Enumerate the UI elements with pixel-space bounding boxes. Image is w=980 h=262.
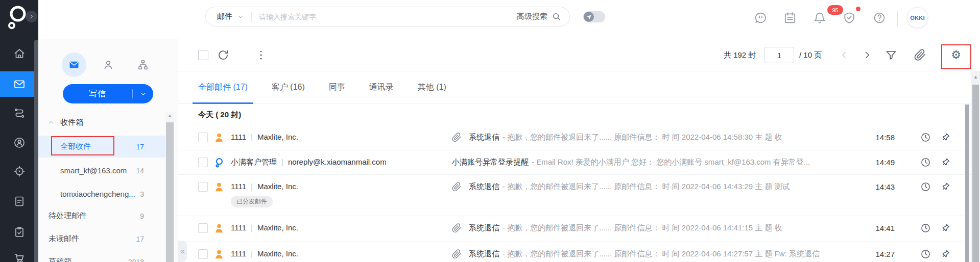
document-icon[interactable] [13, 195, 26, 207]
toggle-knob [584, 12, 594, 22]
pin-icon[interactable] [940, 181, 951, 192]
subject-preview: - 抱歉，您的邮件被退回来了...... 原邮件信息： 时 间 2022-04-… [503, 249, 820, 259]
xiaoman-logo-icon [4, 3, 28, 29]
search-icon[interactable] [552, 12, 561, 21]
pin-icon[interactable] [940, 132, 951, 143]
home-icon[interactable] [13, 47, 26, 60]
app-window: 邮件 高级搜索 95 OKKI 写信 收件箱 [0, 0, 980, 262]
email-row[interactable]: 1111|Maxlite, Inc. 系统退信 - 抱歉，您的邮件被退回来了..… [178, 216, 972, 242]
compose-button[interactable]: 写信 [63, 84, 153, 103]
sender-name: 1111 [231, 223, 246, 232]
sender-address: Maxlite, Inc. [257, 133, 298, 141]
divider [251, 12, 252, 22]
xiaoman-avatar-icon [213, 157, 225, 168]
sender-divider: | [251, 133, 253, 141]
bell-icon[interactable] [813, 11, 826, 24]
help-icon[interactable] [873, 11, 886, 24]
contacts-tab-icon[interactable] [96, 53, 121, 77]
workflow-icon[interactable] [13, 106, 26, 118]
email-row[interactable]: 1111|Maxlite, Inc. 系统退信 - 抱歉，您的邮件被退回来了..… [178, 242, 972, 262]
page-scrollbar-thumb[interactable] [972, 85, 979, 262]
chevron-down-icon[interactable] [237, 13, 244, 20]
sender-divider: | [281, 158, 283, 166]
email-list: 1111|Maxlite, Inc. 系统退信 - 抱歉，您的邮件被退回来了..… [178, 39, 980, 262]
folder-count: 9 [140, 212, 144, 220]
quick-toggle[interactable] [583, 11, 605, 22]
mail-icon[interactable] [13, 78, 26, 90]
folder-count: 17 [136, 235, 144, 243]
org-tab-icon[interactable] [131, 53, 155, 77]
sender-address: noreply@k.xiaomanmail.com [288, 158, 387, 166]
pin-icon[interactable] [940, 157, 951, 168]
sidebar-folder-item[interactable]: 未读邮件 17 [38, 228, 165, 250]
rail-scrollbar-thumb[interactable] [34, 40, 38, 262]
chat-icon[interactable] [754, 11, 768, 24]
page-scrollbar[interactable]: ▲ [971, 71, 980, 262]
received-time: 14:43 [864, 182, 895, 191]
email-row[interactable]: 1111|Maxlite, Inc. 系统退信 - 抱歉，您的邮件被退回来了..… [178, 125, 972, 150]
row-checkbox[interactable] [198, 182, 208, 192]
caret-up-icon [47, 119, 55, 126]
attachment-icon [452, 249, 462, 259]
inbox-header-label: 收件箱 [60, 118, 83, 127]
tasks-icon[interactable] [13, 226, 26, 238]
shield-icon[interactable] [843, 11, 856, 24]
sidebar-collapse-button[interactable] [178, 241, 187, 262]
snooze-clock-icon[interactable] [920, 157, 931, 168]
received-time: 14:27 [864, 250, 895, 258]
sender-name: 1111 [231, 249, 246, 258]
row-checkbox[interactable] [198, 158, 208, 167]
sidebar-folder-item[interactable]: 草稿箱 2018 [38, 251, 165, 262]
subject-cell: 系统退信 - 抱歉，您的邮件被退回来了...... 原邮件信息： 时 间 202… [452, 249, 870, 259]
scroll-up-arrow[interactable]: ▲ [165, 113, 174, 118]
mail-tab-icon[interactable] [62, 53, 86, 77]
sidebar-scrollbar[interactable]: ▲ [165, 112, 174, 262]
subject-title: 系统退信 [469, 223, 499, 233]
okki-brand-button[interactable]: OKKI [907, 7, 928, 28]
sender-cell: 小满客户管理|noreply@k.xiaomanmail.com [231, 158, 387, 167]
sidebar-folder-item[interactable]: smart_kf@163.com 14 [38, 160, 165, 181]
sender-divider: | [251, 182, 253, 191]
pin-icon[interactable] [940, 249, 951, 259]
row-checkbox[interactable] [198, 223, 208, 233]
subject-preview: - Email Rox! 亲爱的小满用户 您好： 您的小满账号 smart_kf… [532, 158, 810, 167]
subject-cell: 小满账号异常登录提醒 - Email Rox! 亲爱的小满用户 您好： 您的小满… [452, 158, 870, 167]
subject-title: 系统退信 [469, 249, 499, 259]
search-scope-select[interactable]: 邮件 [217, 12, 232, 21]
sidebar-folder-item[interactable]: tomxiaochengcheng... 3 [38, 183, 165, 205]
target-icon[interactable] [13, 165, 26, 177]
advanced-search-button[interactable]: 高级搜索 [517, 12, 547, 21]
email-row[interactable]: 1111|Maxlite, Inc. 系统退信 - 抱歉，您的邮件被退回来了..… [178, 175, 972, 216]
annotation-box-inbox [51, 136, 114, 155]
sidebar-folder-item[interactable]: 待处理邮件 9 [38, 205, 165, 227]
left-rail [0, 0, 38, 262]
calendar-icon[interactable] [783, 11, 797, 24]
list-scrollbar-thumb[interactable] [965, 104, 969, 262]
scroll-up-arrow[interactable]: ▲ [971, 74, 980, 80]
pin-icon[interactable] [940, 223, 951, 233]
snooze-clock-icon[interactable] [920, 249, 931, 259]
inbox-tree-header[interactable]: 收件箱 [38, 112, 165, 133]
snooze-clock-icon[interactable] [920, 181, 931, 192]
contacts-icon[interactable] [13, 137, 26, 149]
snooze-clock-icon[interactable] [920, 132, 931, 143]
cart-icon[interactable] [13, 251, 26, 262]
folder-count: 2018 [128, 258, 144, 262]
notification-badge: 95 [827, 5, 843, 15]
sender-cell: 1111|Maxlite, Inc. [231, 223, 298, 232]
received-time: 14:41 [864, 224, 895, 232]
compose-label: 写信 [63, 89, 132, 99]
row-checkbox[interactable] [198, 133, 208, 142]
snooze-clock-icon[interactable] [920, 223, 931, 233]
folder-label: 草稿箱 [49, 257, 71, 262]
sender-cell: 1111|Maxlite, Inc. [231, 182, 298, 191]
compose-dropdown[interactable] [133, 90, 153, 98]
email-row[interactable]: 小满客户管理|noreply@k.xiaomanmail.com 小满账号异常登… [178, 150, 972, 175]
received-time: 14:58 [864, 133, 895, 142]
sender-divider: | [251, 249, 253, 258]
search-bar: 邮件 高级搜索 [205, 7, 570, 27]
sidebar-scrollbar-thumb[interactable] [166, 122, 174, 262]
search-input[interactable] [259, 13, 517, 21]
rail-expand-button[interactable] [26, 11, 37, 22]
row-checkbox[interactable] [198, 249, 208, 259]
